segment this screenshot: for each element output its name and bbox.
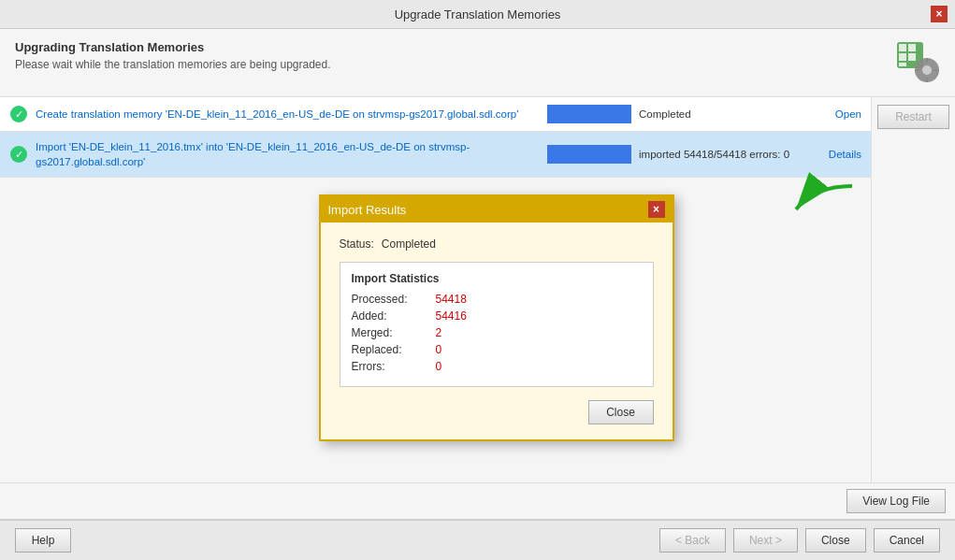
stat-label-processed: Processed: bbox=[352, 293, 436, 306]
stat-label-replaced: Replaced: bbox=[352, 343, 436, 356]
svg-rect-10 bbox=[915, 69, 919, 71]
header-section: Upgrading Translation Memories Please wa… bbox=[0, 29, 955, 97]
footer-right: < Back Next > Close Cancel bbox=[659, 528, 940, 553]
title-bar-text: Upgrade Translation Memories bbox=[24, 7, 931, 22]
svg-rect-8 bbox=[926, 58, 928, 63]
stat-label-errors: Errors: bbox=[352, 360, 436, 373]
stat-value-processed: 54418 bbox=[436, 293, 467, 306]
footer-left: Help bbox=[15, 528, 71, 553]
main-content: Upgrading Translation Memories Please wa… bbox=[0, 29, 955, 519]
svg-rect-5 bbox=[899, 63, 906, 66]
import-results-dialog: Import Results × Status: Completed Impor… bbox=[319, 194, 674, 441]
svg-rect-1 bbox=[899, 44, 906, 51]
dialog-status-row: Status: Completed bbox=[340, 237, 654, 251]
dialog-stats-box: Import Statistics Processed: 54418 Added… bbox=[340, 262, 654, 387]
header-text: Upgrading Translation Memories Please wa… bbox=[15, 40, 331, 71]
status-label: Status: bbox=[340, 237, 374, 251]
svg-rect-4 bbox=[908, 53, 916, 61]
view-log-button[interactable]: View Log File bbox=[846, 489, 946, 513]
stat-value-errors: 0 bbox=[436, 360, 442, 373]
stat-row-errors: Errors: 0 bbox=[352, 360, 642, 373]
status-value: Completed bbox=[382, 237, 436, 251]
footer: Help < Back Next > Close Cancel bbox=[0, 519, 955, 560]
dialog-footer: Close bbox=[340, 400, 654, 424]
dialog-overlay: Import Results × Status: Completed Impor… bbox=[0, 97, 955, 482]
back-button[interactable]: < Back bbox=[659, 528, 726, 553]
close-button[interactable]: Close bbox=[805, 528, 866, 553]
dialog-title: Import Results bbox=[328, 203, 407, 217]
tasks-wrapper: ✓ Create translation memory 'EN-DE_klein… bbox=[0, 97, 955, 482]
cancel-button[interactable]: Cancel bbox=[874, 528, 940, 553]
title-bar: Upgrade Translation Memories × bbox=[0, 0, 955, 29]
dialog-body: Status: Completed Import Statistics Proc… bbox=[321, 223, 673, 439]
header-icon bbox=[895, 40, 940, 85]
svg-rect-9 bbox=[926, 78, 928, 82]
header-title: Upgrading Translation Memories bbox=[15, 40, 331, 54]
title-bar-close-button[interactable]: × bbox=[931, 6, 948, 22]
stat-value-merged: 2 bbox=[436, 326, 442, 339]
svg-rect-11 bbox=[934, 69, 939, 71]
dialog-titlebar: Import Results × bbox=[321, 196, 673, 223]
stat-label-merged: Merged: bbox=[352, 326, 436, 339]
stat-row-added: Added: 54416 bbox=[352, 309, 642, 323]
svg-rect-3 bbox=[899, 53, 906, 61]
stats-title: Import Statistics bbox=[352, 272, 642, 285]
dialog-close-button[interactable]: Close bbox=[588, 400, 654, 424]
stat-label-added: Added: bbox=[352, 309, 436, 323]
stat-row-replaced: Replaced: 0 bbox=[352, 343, 642, 356]
stat-row-processed: Processed: 54418 bbox=[352, 293, 642, 306]
header-subtitle: Please wait while the translation memori… bbox=[15, 58, 331, 71]
dialog-close-x-button[interactable]: × bbox=[648, 201, 665, 218]
svg-rect-2 bbox=[908, 44, 916, 51]
stat-value-replaced: 0 bbox=[436, 343, 442, 356]
stat-value-added: 54416 bbox=[436, 309, 467, 323]
help-button[interactable]: Help bbox=[15, 528, 71, 553]
next-button[interactable]: Next > bbox=[733, 528, 798, 553]
stat-row-merged: Merged: 2 bbox=[352, 326, 642, 339]
svg-point-7 bbox=[922, 65, 932, 75]
bottom-bar-right: View Log File bbox=[0, 482, 955, 519]
